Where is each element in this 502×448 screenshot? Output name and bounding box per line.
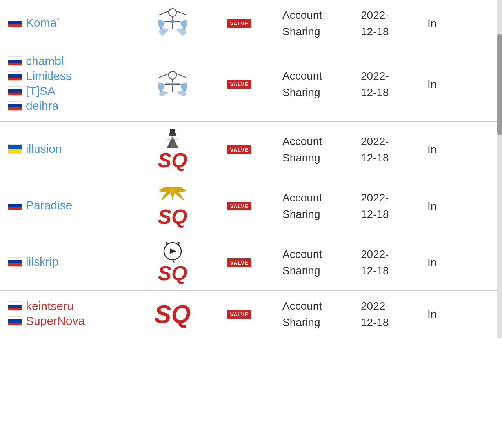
date-cell: 2022- 12-18 <box>361 7 424 40</box>
flag-ru <box>8 316 22 326</box>
scrollbar-thumb[interactable] <box>497 34 502 135</box>
players-cell: Koma` <box>0 16 133 31</box>
player-name: Paradise <box>8 199 133 212</box>
status-cell: In <box>424 17 502 30</box>
svg-point-0 <box>169 9 176 16</box>
valve-badge: VALVE <box>227 145 251 154</box>
reason-cell: Account Sharing <box>267 190 361 223</box>
reason-cell: Account Sharing <box>267 133 361 166</box>
sq-logo-text: SQ <box>158 207 187 227</box>
svg-rect-15 <box>171 142 175 148</box>
flag-ru <box>8 301 22 311</box>
players-cell: chambl Limitless [T]SA deihra <box>0 54 133 114</box>
player-name: [T]SA <box>8 84 133 98</box>
table-row: chambl Limitless [T]SA deihra <box>0 47 502 122</box>
sq-tower-logo-top <box>159 129 186 150</box>
players-cell: Paradise <box>0 199 133 214</box>
table-row: Paradise SQ VALVE Account Sharing <box>0 178 502 234</box>
svg-line-2 <box>176 11 186 15</box>
flag-ua <box>8 144 22 154</box>
flag-ru <box>8 101 22 111</box>
valve-badge: VALVE <box>227 19 251 28</box>
ban-type-cell: VALVE <box>212 145 267 154</box>
status-cell: In <box>424 143 502 156</box>
ban-type-cell: VALVE <box>212 258 267 267</box>
scrollbar[interactable] <box>497 0 502 338</box>
team-logo <box>133 8 212 39</box>
ban-type-cell: VALVE <box>212 202 267 210</box>
sq-devil-logo-top <box>159 241 186 263</box>
status-cell: In <box>424 308 502 321</box>
player-name: lilskrip <box>8 255 133 268</box>
svg-line-1 <box>159 11 169 15</box>
table-row: Koma` <box>0 0 502 47</box>
ban-type-cell: VALVE <box>212 80 267 89</box>
flag-ru <box>8 18 22 27</box>
date-cell: 2022- 12-18 <box>361 68 424 101</box>
team-logo: SQ <box>133 241 212 283</box>
svg-point-6 <box>169 71 176 79</box>
sq-logo-text: SQ <box>158 150 187 170</box>
date-cell: 2022- 12-18 <box>361 190 424 223</box>
sq-wings-gold-logo-top <box>157 185 188 207</box>
reason-cell: Account Sharing <box>267 68 361 101</box>
ban-type-cell: VALVE <box>212 310 267 319</box>
date-cell: 2022- 12-18 <box>361 133 424 166</box>
svg-marker-11 <box>171 82 175 87</box>
reason-cell: Account Sharing <box>267 246 361 279</box>
svg-point-17 <box>171 137 174 139</box>
players-cell: keintseru SuperNova <box>0 299 133 329</box>
status-cell: In <box>424 200 502 212</box>
wings-blue-logo <box>155 8 190 39</box>
svg-marker-5 <box>171 19 175 24</box>
players-cell: illusion <box>0 142 133 157</box>
player-name: deihra <box>8 99 133 112</box>
player-name: SuperNova <box>8 314 133 328</box>
team-logo: SQ <box>133 302 212 327</box>
valve-badge: VALVE <box>227 258 251 267</box>
flag-ru <box>8 86 22 96</box>
valve-badge: VALVE <box>227 202 251 210</box>
svg-point-18 <box>170 189 175 193</box>
svg-line-8 <box>176 74 186 78</box>
flag-ru <box>8 257 22 267</box>
reason-cell: Account Sharing <box>267 7 361 40</box>
status-cell: In <box>424 256 502 269</box>
valve-badge: VALVE <box>227 80 251 89</box>
date-cell: 2022- 12-18 <box>361 298 424 331</box>
player-name: keintseru <box>8 299 133 313</box>
valve-badge: VALVE <box>227 310 251 319</box>
flag-ru <box>8 56 22 66</box>
players-cell: lilskrip <box>0 255 133 270</box>
reason-cell: Account Sharing <box>267 298 361 331</box>
status-cell: In <box>424 78 502 91</box>
svg-marker-20 <box>170 248 176 254</box>
sq-logo-text: SQ <box>158 263 187 283</box>
table-row: illusion SQ VALVE <box>0 122 502 178</box>
team-logo: SQ <box>133 185 212 227</box>
flag-ru <box>8 201 22 210</box>
table-row: keintseru SuperNova SQ VALVE Account Sha… <box>0 291 502 338</box>
wings-blue-logo-2 <box>155 71 190 98</box>
date-cell: 2022- 12-18 <box>361 246 424 279</box>
ban-type-cell: VALVE <box>212 19 267 28</box>
team-logo: SQ <box>133 129 212 170</box>
player-name: chambl <box>8 54 133 68</box>
sq-plain-logo-text: SQ <box>155 302 191 327</box>
svg-line-7 <box>159 74 169 78</box>
table-row: lilskrip SQ VALVE <box>0 234 502 291</box>
player-name: Koma` <box>8 16 133 29</box>
svg-rect-13 <box>169 133 176 136</box>
player-name: Limitless <box>8 69 133 83</box>
ban-table: Koma` <box>0 0 502 338</box>
player-name: illusion <box>8 142 133 156</box>
team-logo <box>133 71 212 98</box>
svg-rect-12 <box>170 129 175 133</box>
flag-ru <box>8 71 22 81</box>
